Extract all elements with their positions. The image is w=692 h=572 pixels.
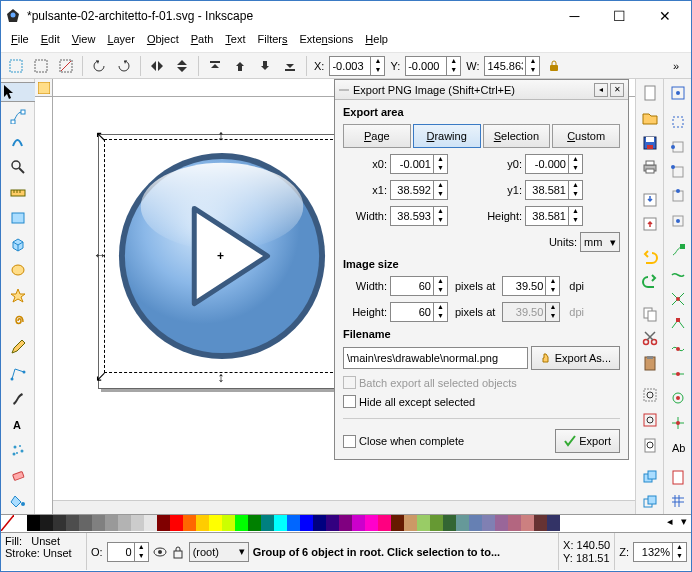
ruler-corner[interactable]	[35, 79, 53, 97]
zoom-tool[interactable]	[3, 155, 33, 179]
color-swatch[interactable]	[495, 515, 508, 531]
color-swatch[interactable]	[222, 515, 235, 531]
ellipse-tool[interactable]	[3, 258, 33, 282]
color-swatch[interactable]	[66, 515, 79, 531]
deselect-icon[interactable]	[55, 55, 77, 77]
3dbox-tool[interactable]	[3, 232, 33, 256]
node-tool[interactable]	[3, 104, 33, 128]
open-icon[interactable]	[638, 107, 662, 130]
dpi-w-field[interactable]: ▲▼	[502, 276, 560, 296]
star-tool[interactable]	[3, 284, 33, 308]
layer-lock-icon[interactable]	[171, 545, 185, 559]
menu-help[interactable]: Help	[365, 33, 388, 50]
eraser-tool[interactable]	[3, 464, 33, 488]
select-all-icon[interactable]	[5, 55, 27, 77]
img-w-field[interactable]: ▲▼	[390, 276, 448, 296]
rotate-cw-icon[interactable]	[113, 55, 135, 77]
menu-layer[interactable]: Layer	[107, 33, 135, 50]
export-button[interactable]: Export	[555, 429, 620, 453]
snap-intersect-icon[interactable]	[666, 288, 690, 311]
color-swatch[interactable]	[456, 515, 469, 531]
snap-line-mid-icon[interactable]	[666, 362, 690, 385]
tab-page[interactable]: Page	[343, 124, 411, 148]
dock-grip-icon[interactable]	[339, 85, 349, 95]
handle-s[interactable]: ↕	[213, 369, 229, 385]
dock-minimize-icon[interactable]: ◂	[594, 83, 608, 97]
select-layer-icon[interactable]	[30, 55, 52, 77]
color-swatch[interactable]	[352, 515, 365, 531]
snap-cusp-icon[interactable]	[666, 313, 690, 336]
redo-icon[interactable]	[638, 270, 662, 293]
raise-icon[interactable]	[229, 55, 251, 77]
color-swatch[interactable]	[157, 515, 170, 531]
color-swatch[interactable]	[287, 515, 300, 531]
spray-tool[interactable]	[3, 438, 33, 462]
color-swatch[interactable]	[274, 515, 287, 531]
snap-bbox-corner-icon[interactable]	[666, 160, 690, 183]
menu-file[interactable]: File	[11, 33, 29, 50]
lower-bottom-icon[interactable]	[279, 55, 301, 77]
tab-selection[interactable]: Selection	[483, 124, 551, 148]
undo-icon[interactable]	[638, 245, 662, 268]
color-swatch[interactable]	[508, 515, 521, 531]
no-color-swatch[interactable]	[1, 515, 14, 531]
color-swatch[interactable]	[521, 515, 534, 531]
color-swatch[interactable]	[196, 515, 209, 531]
hide-checkbox[interactable]	[343, 395, 356, 408]
snap-bbox-mid-icon[interactable]	[666, 185, 690, 208]
flip-h-icon[interactable]	[146, 55, 168, 77]
color-swatch[interactable]	[209, 515, 222, 531]
color-swatch[interactable]	[261, 515, 274, 531]
bucket-tool[interactable]	[3, 489, 33, 513]
x1-field[interactable]: ▲▼	[390, 180, 448, 200]
color-swatch[interactable]	[248, 515, 261, 531]
layer-visible-icon[interactable]	[153, 545, 167, 559]
color-swatch[interactable]	[144, 515, 157, 531]
units-select[interactable]: mm▾	[580, 232, 620, 252]
color-swatch[interactable]	[365, 515, 378, 531]
paste-icon[interactable]	[638, 352, 662, 375]
zoom-sel-icon[interactable]	[638, 384, 662, 407]
area-h-field[interactable]: ▲▼	[525, 206, 583, 226]
menu-text[interactable]: Text	[225, 33, 245, 50]
snap-rot-center-icon[interactable]	[666, 412, 690, 435]
rect-tool[interactable]	[3, 207, 33, 231]
selector-tool[interactable]	[0, 82, 38, 102]
flip-v-icon[interactable]	[171, 55, 193, 77]
close-when-checkbox[interactable]	[343, 435, 356, 448]
filename-field[interactable]: \main\res\drawable\normal.png	[343, 347, 528, 369]
w-field[interactable]: ▲▼	[484, 56, 540, 76]
snap-bbox-center-icon[interactable]	[666, 210, 690, 233]
handle-w[interactable]: ↔	[92, 247, 108, 263]
y-field[interactable]: ▲▼	[405, 56, 461, 76]
snap-page-icon[interactable]	[666, 465, 690, 488]
color-swatch[interactable]	[53, 515, 66, 531]
palette-menu-icon[interactable]: ▾	[677, 515, 691, 531]
save-icon[interactable]	[638, 131, 662, 154]
snap-path-icon[interactable]	[666, 263, 690, 286]
horizontal-scrollbar[interactable]	[53, 500, 635, 514]
print-icon[interactable]	[638, 156, 662, 179]
color-swatch[interactable]	[105, 515, 118, 531]
color-swatch[interactable]	[79, 515, 92, 531]
color-swatch[interactable]	[417, 515, 430, 531]
color-swatch[interactable]	[131, 515, 144, 531]
snap-grid-icon[interactable]	[666, 490, 690, 513]
color-swatch[interactable]	[14, 515, 27, 531]
handle-sw[interactable]: ↙	[93, 368, 109, 384]
snap-text-icon[interactable]: Ab	[666, 437, 690, 460]
color-swatch[interactable]	[183, 515, 196, 531]
menu-path[interactable]: Path	[191, 33, 214, 50]
copy-icon[interactable]	[638, 302, 662, 325]
minimize-button[interactable]: ─	[552, 2, 597, 31]
snap-enable-icon[interactable]	[666, 82, 690, 105]
color-swatch[interactable]	[547, 515, 560, 531]
tab-drawing[interactable]: Drawing	[413, 124, 481, 148]
duplicate-icon[interactable]	[638, 466, 662, 489]
menu-view[interactable]: View	[72, 33, 96, 50]
color-swatch[interactable]	[27, 515, 40, 531]
overflow-icon[interactable]: »	[665, 55, 687, 77]
close-button[interactable]: ✕	[642, 2, 687, 31]
color-swatch[interactable]	[404, 515, 417, 531]
color-swatch[interactable]	[326, 515, 339, 531]
